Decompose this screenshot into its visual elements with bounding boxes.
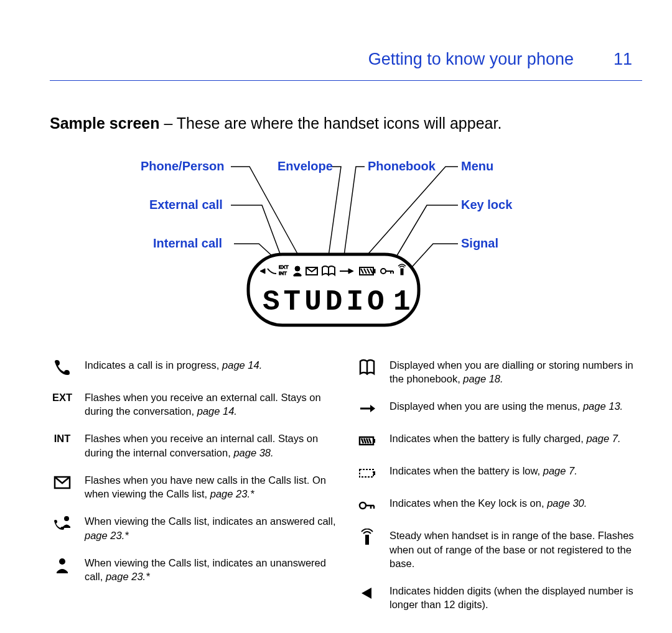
envelope-icon — [50, 473, 75, 501]
svg-rect-6 — [373, 269, 375, 273]
legend-row: Indicates when the battery is fully char… — [355, 432, 642, 450]
triangle-left-icon — [355, 584, 380, 612]
legend-description: Displayed when you are using the menus, … — [390, 399, 642, 418]
legend-right-column: Displayed when you are dialling or stori… — [355, 358, 642, 626]
callout-envelope: Envelope — [278, 159, 333, 173]
legend-row: Indicates when the Key lock is on, page … — [355, 496, 642, 515]
handset-screen: EXT INT — [246, 252, 421, 327]
legend-text-icon: INT — [50, 432, 75, 460]
legend-row: Indicates a call is in progress, page 14… — [50, 358, 337, 377]
legend-description: When viewing the Calls list, indicates a… — [85, 556, 337, 584]
icon-legend: Indicates a call is in progress, page 14… — [50, 358, 642, 626]
callout-phone-person: Phone/Person — [141, 159, 224, 173]
legend-row: Indicates when the battery is low, page … — [355, 464, 642, 483]
lcd-ext: EXT — [279, 264, 289, 270]
legend-row: Displayed when you are using the menus, … — [355, 399, 642, 418]
legend-description: Flashes when you have new calls in the C… — [85, 473, 337, 501]
callout-signal: Signal — [461, 236, 498, 251]
callout-menu: Menu — [461, 159, 493, 173]
legend-text-icon: EXT — [50, 390, 75, 418]
callout-internal-call: Internal call — [153, 236, 222, 251]
header-rule — [50, 80, 642, 81]
legend-row: When viewing the Calls list, indicates a… — [50, 556, 337, 584]
callout-phonebook: Phonebook — [368, 159, 436, 173]
person-icon — [50, 556, 75, 584]
section-title: Getting to know your phone — [368, 50, 574, 69]
legend-row: INTFlashes when you receive an internal … — [50, 432, 337, 460]
legend-row: Displayed when you are dialling or stori… — [355, 358, 642, 386]
legend-description: Indicates hidden digits (when the displa… — [390, 584, 642, 612]
legend-description: Steady when handset is in range of the b… — [390, 529, 642, 570]
legend-row: When viewing the Calls list, indicates a… — [50, 514, 337, 542]
lcd-name: STUDIO — [263, 286, 388, 318]
legend-row: Steady when handset is in range of the b… — [355, 529, 642, 570]
handset-diagram: Phone/Person Envelope Phonebook Menu Ext… — [60, 159, 632, 333]
legend-left-column: Indicates a call is in progress, page 14… — [50, 358, 337, 626]
key-lock-icon — [355, 496, 380, 515]
legend-row: Indicates hidden digits (when the displa… — [355, 584, 642, 612]
legend-description: Indicates a call is in progress, page 14… — [85, 358, 337, 377]
intro-rest: – These are where the handset icons will… — [160, 114, 502, 132]
legend-description: Indicates when the battery is fully char… — [390, 432, 642, 450]
intro-lead: Sample screen — [50, 114, 160, 132]
manual-page: Getting to know your phone 11 Sample scr… — [0, 0, 672, 633]
battery-low-icon — [355, 464, 380, 483]
svg-point-2 — [295, 266, 300, 271]
phone-icon — [50, 358, 75, 377]
legend-description: Indicates when the battery is low, page … — [390, 464, 642, 483]
legend-description: Indicates when the Key lock is on, page … — [390, 496, 642, 515]
svg-rect-8 — [401, 269, 403, 275]
legend-description: Flashes when you receive an external cal… — [85, 390, 337, 418]
legend-row: EXTFlashes when you receive an external … — [50, 390, 337, 418]
callout-external-call: External call — [149, 198, 223, 212]
legend-description: Displayed when you are dialling or stori… — [390, 358, 642, 386]
callout-key-lock: Key lock — [461, 198, 512, 212]
page-number: 11 — [614, 50, 632, 69]
intro-paragraph: Sample screen – These are where the hand… — [50, 113, 642, 134]
arrow-right-icon — [355, 399, 380, 418]
book-icon — [355, 358, 380, 386]
lcd-number: 1 — [393, 286, 414, 318]
legend-description: Flashes when you receive an internal cal… — [85, 432, 337, 460]
phone-person-icon — [50, 514, 75, 542]
signal-icon — [355, 529, 380, 570]
running-head: Getting to know your phone 11 — [50, 50, 642, 69]
legend-row: Flashes when you have new calls in the C… — [50, 473, 337, 501]
lcd-int: INT — [279, 270, 287, 276]
battery-full-icon — [355, 432, 380, 450]
legend-description: When viewing the Calls list, indicates a… — [85, 514, 337, 542]
